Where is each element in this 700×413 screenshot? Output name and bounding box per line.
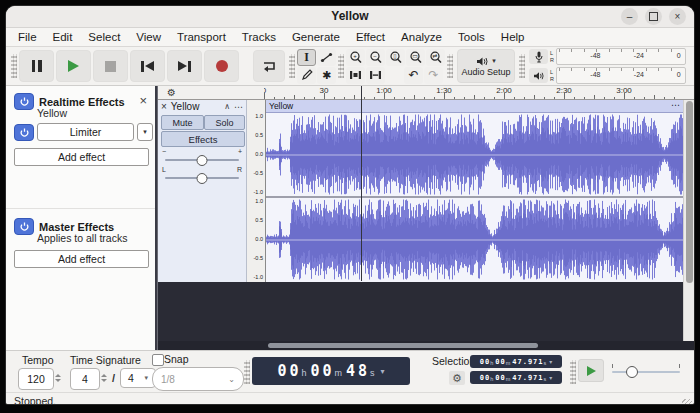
- gain-slider[interactable]: [165, 159, 239, 161]
- playback-meter[interactable]: -48 -24 0: [556, 67, 686, 84]
- record-button[interactable]: [204, 50, 239, 82]
- zoom-selection-button[interactable]: ▯: [386, 49, 405, 66]
- track-control-panel[interactable]: × Yellow ∧ ⋯ Mute Solo Effects − +: [158, 100, 247, 282]
- play-button[interactable]: [56, 50, 91, 82]
- limiter-power-button[interactable]: [14, 124, 34, 141]
- title-bar[interactable]: Yellow – ×: [6, 6, 694, 28]
- menu-file[interactable]: File: [10, 31, 45, 43]
- meter-grip-handle[interactable]: [519, 54, 525, 78]
- pan-slider[interactable]: [165, 177, 239, 179]
- menu-edit[interactable]: Edit: [45, 31, 81, 43]
- horizontal-scrollbar[interactable]: [158, 341, 694, 350]
- tempo-input[interactable]: 120: [18, 368, 54, 390]
- timeline-options-gear-icon[interactable]: ⚙: [167, 88, 176, 98]
- envelope-tool-button[interactable]: [317, 49, 336, 66]
- vertical-scrollbar[interactable]: [683, 100, 694, 341]
- zoom-fit-button[interactable]: ▭: [406, 49, 425, 66]
- effect-options-button[interactable]: ▾: [137, 123, 153, 141]
- maximize-button[interactable]: [645, 8, 662, 25]
- record-meter[interactable]: -48 -24 0: [556, 48, 686, 65]
- gain-slider-thumb[interactable]: [197, 155, 208, 166]
- minimize-button[interactable]: –: [621, 8, 638, 25]
- horizontal-scrollbar-thumb[interactable]: [268, 343, 538, 348]
- playback-meter-button[interactable]: [529, 68, 548, 83]
- multi-tool-button[interactable]: ✱: [317, 67, 336, 84]
- timeline-ruler[interactable]: 0301:001:302:002:303:00: [264, 86, 694, 99]
- selection-end-field[interactable]: 00h00m47.971s▾: [470, 371, 562, 384]
- timesig-spinner[interactable]: [99, 368, 108, 388]
- selection-tool-button[interactable]: I: [297, 49, 316, 66]
- track-yellow: × Yellow ∧ ⋯ Mute Solo Effects − +: [158, 100, 685, 282]
- play-speed-slider[interactable]: [612, 371, 680, 373]
- clip-header[interactable]: Yellow ⋯: [266, 100, 684, 113]
- audio-setup-grip-handle[interactable]: [447, 54, 453, 78]
- resize-grip[interactable]: [682, 399, 692, 404]
- edit-grip-handle[interactable]: [338, 54, 344, 78]
- tools-grip-handle[interactable]: [289, 54, 295, 78]
- silence-audio-button[interactable]: [366, 67, 385, 84]
- time-grip-handle[interactable]: [244, 360, 250, 384]
- pan-slider-thumb[interactable]: [197, 173, 208, 184]
- trim-audio-button[interactable]: [346, 67, 365, 84]
- loop-button[interactable]: [253, 50, 285, 82]
- master-add-effect-button[interactable]: Add effect: [14, 250, 149, 268]
- toolbar: I ✱ +−▯▭⇄: [6, 47, 694, 86]
- snap-select[interactable]: 1/8 ⌄: [152, 367, 244, 391]
- menu-view[interactable]: View: [128, 31, 169, 43]
- close-button[interactable]: ×: [669, 8, 686, 25]
- mute-button[interactable]: Mute: [161, 115, 204, 130]
- draw-tool-button[interactable]: [297, 67, 316, 84]
- track-name[interactable]: Yellow: [171, 101, 220, 112]
- selection-start-field[interactable]: 00h00m47.971s▾: [470, 355, 562, 368]
- play-at-speed-grip-handle[interactable]: [570, 360, 576, 384]
- zoom-in-button[interactable]: +: [346, 49, 365, 66]
- record-meter-right-label: R: [550, 57, 554, 64]
- stop-button[interactable]: [93, 50, 128, 82]
- play-at-speed-button[interactable]: [578, 359, 604, 382]
- timesig-denominator-select[interactable]: 4 ▾: [120, 368, 156, 388]
- limiter-effect-button[interactable]: Limiter: [37, 123, 134, 141]
- solo-button[interactable]: Solo: [204, 115, 245, 130]
- menu-select[interactable]: Select: [80, 31, 128, 43]
- record-meter-left-label: L: [550, 50, 554, 57]
- waveform-canvas[interactable]: [266, 112, 684, 282]
- timeline-label: 1:30: [436, 86, 452, 95]
- tempo-spinner[interactable]: [53, 368, 62, 388]
- audio-setup-button[interactable]: ▾ Audio Setup: [457, 49, 515, 83]
- menu-analyze[interactable]: Analyze: [393, 31, 450, 43]
- track-close-icon[interactable]: ×: [161, 101, 167, 112]
- skip-to-end-button[interactable]: [167, 50, 202, 82]
- track-menu-icon[interactable]: ⋯: [234, 102, 243, 112]
- menu-transport[interactable]: Transport: [169, 31, 234, 43]
- transport-grip-handle[interactable]: [11, 54, 17, 78]
- undo-button[interactable]: ↶: [404, 67, 423, 84]
- clip-menu-icon[interactable]: ⋯: [671, 100, 680, 110]
- master-effects-power-button[interactable]: [14, 218, 34, 235]
- menu-tools[interactable]: Tools: [450, 31, 493, 43]
- add-effect-button[interactable]: Add effect: [14, 148, 149, 166]
- play-speed-slider-thumb[interactable]: [626, 366, 638, 378]
- record-meter-button[interactable]: [529, 49, 548, 64]
- skip-to-start-button[interactable]: [130, 50, 165, 82]
- realtime-effects-power-button[interactable]: [14, 93, 34, 110]
- snap-checkbox[interactable]: [152, 354, 164, 366]
- audio-position-display[interactable]: 00h00m48s▾: [252, 357, 410, 385]
- close-effects-panel-icon[interactable]: ×: [139, 94, 147, 107]
- vertical-scrollbar-thumb[interactable]: [686, 101, 693, 283]
- audio-clip[interactable]: Yellow ⋯: [266, 100, 685, 282]
- menu-help[interactable]: Help: [493, 31, 533, 43]
- menu-generate[interactable]: Generate: [284, 31, 348, 43]
- zoom-toggle-button[interactable]: ⇄: [426, 49, 445, 66]
- track-effects-button[interactable]: Effects: [161, 131, 245, 147]
- zoom-out-button[interactable]: −: [366, 49, 385, 66]
- vertical-scale-ruler[interactable]: 1.00.50.0-0.5-1.01.00.50.0-0.5-1.0: [247, 100, 266, 282]
- time-digit: 8: [358, 362, 370, 380]
- pause-button[interactable]: [19, 50, 54, 82]
- timesig-numerator-input[interactable]: 4: [70, 368, 100, 390]
- selection-options-gear-icon[interactable]: ⚙: [449, 371, 465, 385]
- redo-button[interactable]: ↷: [424, 67, 443, 84]
- menu-effect[interactable]: Effect: [348, 31, 393, 43]
- redo-icon: ↷: [428, 69, 438, 81]
- track-collapse-icon[interactable]: ∧: [224, 102, 230, 111]
- menu-tracks[interactable]: Tracks: [234, 31, 284, 43]
